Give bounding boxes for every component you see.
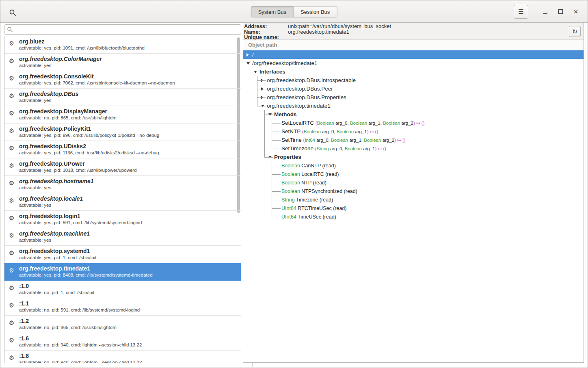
tree-property-row[interactable]: Boolean LocalRTC (read): [243, 170, 584, 178]
header-right-controls: ☰ ×: [514, 0, 584, 23]
property-signature: Boolean LocalRTC (read): [281, 171, 339, 177]
tree-indent: [254, 170, 261, 178]
tree-indent: [261, 187, 268, 195]
tree-indent: [254, 102, 261, 110]
expander-right-icon[interactable]: [246, 50, 252, 59]
tree-row[interactable]: org.freedesktop.timedate1: [243, 102, 584, 110]
search-input[interactable]: [15, 25, 241, 34]
tree-row[interactable]: org.freedesktop.DBus.Peer: [243, 84, 584, 93]
bus-list-item[interactable]: ⚙org.freedesktop.UDisks2activatable: yes…: [4, 141, 241, 158]
tab-system-bus[interactable]: System Bus: [251, 6, 294, 17]
bus-list-item[interactable]: ⚙org.freedesktop.ConsoleKitactivatable: …: [4, 71, 241, 89]
tree-indent: [261, 127, 268, 136]
bus-list-item[interactable]: ⚙:1.6activatable: no, pid: 940, cmd: lig…: [4, 333, 241, 351]
tree-method-row[interactable]: SetTimezone (String arg_0, Boolean arg_1…: [243, 144, 584, 153]
close-button[interactable]: ×: [568, 5, 584, 19]
tree-property-row[interactable]: Boolean NTPSynchronized (read): [243, 187, 584, 195]
bus-list-item[interactable]: ⚙:1.1activatable: no, pid: 591, cmd: /li…: [4, 298, 241, 316]
service-gear-icon: ⚙: [9, 302, 14, 309]
maximize-icon: [558, 9, 563, 14]
expander-down-icon[interactable]: [246, 59, 252, 67]
tree-method-row[interactable]: SetNTP (Boolean arg_0, Boolean arg_1) ↦ …: [243, 127, 584, 136]
tree-property-row[interactable]: UInt64 TimeUSec (read): [243, 212, 584, 221]
bus-list-item[interactable]: ⚙:1.0activatable: no, pid: 1, cmd: /sbin…: [4, 281, 241, 298]
tree-indent: [261, 161, 268, 170]
tree-indent: [246, 187, 254, 195]
tree-row[interactable]: /: [243, 50, 584, 59]
close-icon: ×: [573, 8, 578, 15]
tree-property-row[interactable]: Boolean NTP (read): [243, 178, 584, 187]
refresh-button[interactable]: ↻: [569, 26, 581, 37]
service-gear-icon: ⚙: [9, 284, 14, 292]
bottom-strip: [0, 363, 588, 368]
tree-indent: [246, 170, 254, 178]
tree-indent: [268, 178, 276, 187]
tree-indent: [246, 127, 254, 136]
minimize-button[interactable]: [537, 5, 553, 19]
detail-pane: Address: unix:path=/var/run/dbus/system_…: [243, 23, 584, 363]
unique-name-label: Unique name:: [244, 35, 288, 40]
menu-button[interactable]: ☰: [514, 5, 528, 19]
bus-list-item[interactable]: ⚙org.freedesktop.hostname1activatable: y…: [4, 176, 241, 193]
refresh-icon: ↻: [572, 28, 577, 35]
property-signature: UInt64 RTCTimeUSec (read): [281, 206, 347, 211]
tree-method-row[interactable]: SetTime (Int64 arg_0, Boolean arg_1, Boo…: [243, 136, 584, 144]
tree-method-row[interactable]: SetLocalRTC (Boolean arg_0, Boolean arg_…: [243, 119, 584, 127]
search-entry[interactable]: [4, 24, 241, 35]
bus-list-item[interactable]: ⚙org.freedesktop.UPoweractivatable: yes,…: [4, 158, 241, 176]
bus-list-item[interactable]: ⚙org.freedesktop.DisplayManageractivatab…: [4, 106, 241, 123]
tree-row[interactable]: org.freedesktop.DBus.Introspectable: [243, 76, 584, 84]
service-gear-icon: ⚙: [9, 214, 14, 222]
tree-row[interactable]: Methods: [243, 110, 584, 119]
bus-list-item[interactable]: ⚙:1.2activatable: no, pid: 865, cmd: /us…: [4, 316, 241, 333]
tab-session-bus[interactable]: Session Bus: [293, 6, 337, 17]
hamburger-icon: ☰: [518, 8, 523, 15]
tree-property-row[interactable]: UInt64 RTCTimeUSec (read): [243, 204, 584, 212]
bus-name: org.freedesktop.UDisks2: [19, 143, 235, 150]
bus-name: org.freedesktop.timedate1: [19, 265, 235, 272]
service-gear-icon: ⚙: [9, 40, 14, 47]
bottom-divider: [252, 363, 253, 367]
tree-indent: [246, 195, 254, 204]
service-gear-icon: ⚙: [9, 267, 14, 274]
object-path-column-header[interactable]: Object path: [243, 40, 584, 50]
tree-indent: [254, 144, 261, 153]
tree-property-row[interactable]: Boolean CanNTP (read): [243, 161, 584, 170]
bus-list-item[interactable]: ⚙org.freedesktop.timedate1activatable: y…: [4, 263, 241, 281]
tree-indent: [261, 136, 268, 144]
tree-indent: [246, 178, 254, 187]
bus-list-item[interactable]: ⚙org.freedesktop.systemd1activatable: ye…: [4, 246, 241, 263]
tree-label: org.freedesktop.timedate1: [267, 103, 331, 109]
bus-list-item[interactable]: ⚙org.freedesktop.login1activatable: yes,…: [4, 211, 241, 228]
bus-list-item[interactable]: ⚙org.bluezactivatable: yes, pid: 1091, c…: [4, 36, 241, 54]
service-gear-icon: ⚙: [9, 337, 14, 344]
tree-row[interactable]: Interfaces: [243, 67, 584, 76]
maximize-button[interactable]: [553, 5, 568, 19]
tree-property-row[interactable]: String Timezone (read): [243, 195, 584, 204]
service-gear-icon: ⚙: [9, 180, 14, 187]
bus-list-item[interactable]: ⚙org.freedesktop.locale1activatable: yes: [4, 193, 241, 211]
tree-indent: [246, 136, 254, 144]
tree-label: Properties: [274, 154, 301, 160]
bus-list-item[interactable]: ⚙org.freedesktop.PolicyKit1activatable: …: [4, 123, 241, 141]
tree-row[interactable]: /org/freedesktop/timedate1: [243, 59, 584, 67]
tree-indent: [246, 110, 254, 119]
bus-detail: activatable: yes: [19, 237, 235, 243]
tree-row[interactable]: Properties: [243, 153, 584, 161]
search-toggle-button[interactable]: [8, 8, 17, 17]
tree-indent: [254, 178, 261, 187]
tree-label: org.freedesktop.DBus.Peer: [267, 86, 333, 92]
bus-list-item[interactable]: ⚙org.freedesktop.ColorManageractivatable…: [4, 54, 241, 71]
tree-indent: [261, 170, 268, 178]
bus-list-item[interactable]: ⚙:1.8activatable: no, pid: 940, cmd: lig…: [4, 351, 241, 363]
tree-indent: [268, 204, 276, 212]
bus-detail: activatable: yes, pid: 7062, cmd: /usr/s…: [19, 80, 235, 86]
tree-indent: [246, 161, 254, 170]
tree-row[interactable]: org.freedesktop.DBus.Properties: [243, 93, 584, 102]
bus-name: org.freedesktop.machine1: [19, 230, 235, 237]
property-signature: UInt64 TimeUSec (read): [281, 214, 336, 220]
tree-indent: [254, 161, 261, 170]
bus-list-item[interactable]: ⚙org.freedesktop.machine1activatable: ye…: [4, 228, 241, 246]
bus-list-item[interactable]: ⚙org.freedesktop.DBusactivatable: yes: [4, 89, 241, 106]
header-bar: System Bus Session Bus ☰ ×: [0, 0, 588, 23]
